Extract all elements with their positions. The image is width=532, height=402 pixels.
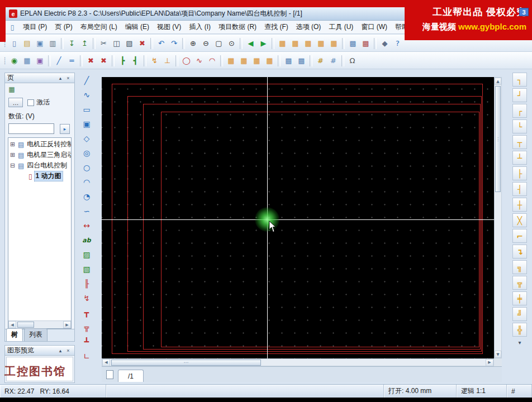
next-page-icon[interactable]: ▶ [258,37,269,49]
tree-horizontal-scrollbar[interactable]: ◀ ▶ [8,320,71,328]
menu-edit[interactable]: 编辑 (E) [121,21,153,34]
remove-connection-icon[interactable]: ✖ [98,55,110,66]
terminal-icon[interactable]: ◯ [180,55,192,66]
scroll-left-icon[interactable]: ◀ [8,321,16,328]
undo-icon[interactable]: ↶ [155,37,167,49]
scroll-right-icon[interactable]: ▶ [486,359,493,366]
sector-tool-icon[interactable]: ◔ [80,190,93,203]
jump-down-icon[interactable]: ↴ [512,245,527,259]
insert-device-icon[interactable]: ▣ [34,55,46,66]
potential-icon[interactable]: ⊥ [162,55,173,66]
tree-item-project-1[interactable]: ⊞ ▤ 电机正反转控制 [8,139,71,150]
toolbar-separator[interactable] [80,55,83,66]
tree-item-page-1[interactable]: ▯ 1 动力图 [8,171,71,181]
menu-utilities[interactable]: 工具 (U) [325,21,357,34]
line-tool-icon[interactable]: ╱ [80,74,93,87]
toolbar-separator[interactable] [310,55,312,66]
ohm-icon[interactable]: Ω [346,55,358,66]
polygon-tool-icon[interactable]: ◇ [80,132,93,145]
panel-close-icon[interactable]: × [64,347,72,355]
parts-navigator-icon[interactable]: ▦ [302,37,314,49]
cut-icon[interactable]: ✂ [98,37,110,49]
sheet-icon[interactable] [106,370,113,379]
zoom-in-icon[interactable]: ⊕ [187,37,199,49]
previous-page-icon[interactable]: ◀ [245,37,256,49]
more-symbols-icon[interactable]: ▾ [512,338,527,346]
panel-close-icon[interactable]: × [64,74,72,82]
toolbar-separator[interactable] [144,55,146,66]
cable-navigator-icon[interactable]: ▦ [238,55,250,66]
canvas-horizontal-scrollbar[interactable]: ◀ ⋯ ▶ [102,358,494,366]
insert-symbol-icon[interactable]: ◉ [8,55,20,66]
dimension-baseline-icon[interactable]: ╟ [80,277,93,290]
value-input[interactable] [8,123,54,134]
paste-icon[interactable]: ▧ [124,37,135,49]
menu-project[interactable]: 项目 (P) [19,21,51,34]
ellipse-tool-icon[interactable]: ○ [80,161,93,174]
plot-frame-icon[interactable]: ▩ [360,37,372,49]
text-tool-icon[interactable]: ab [80,233,93,247]
lightning-tool-icon[interactable]: ↯ [80,291,93,305]
tree-expand-icon[interactable]: ⊞ [10,151,16,159]
double-corner-icon[interactable]: ╝ [512,307,527,321]
corner-jump-icon[interactable]: ⌐ [512,229,527,243]
apply-value-button[interactable]: ▸ [60,124,70,134]
interruption-point-icon[interactable]: ↯ [149,55,160,66]
tab-tree[interactable]: 树 [6,328,23,341]
toolbar-separator[interactable] [272,38,274,49]
menu-layout-space[interactable]: 布局空间 (L) [77,21,121,34]
sheet-tab-1[interactable]: /1 [118,370,144,382]
edit-functions-icon[interactable]: ▩ [283,55,294,66]
delete-icon[interactable]: ✖ [136,37,148,49]
toolbar-separator[interactable] [48,55,51,66]
dimension-tool-icon[interactable]: ↔ [80,219,93,232]
double-t-node-icon[interactable]: ╦ [512,276,527,290]
double-angle-icon[interactable]: ╗ [512,260,527,274]
cable-definition-icon[interactable]: ∿ [193,55,205,66]
open-project-icon[interactable]: ▤ [21,37,33,49]
terminal-navigator-icon[interactable]: ▦ [225,55,237,66]
t-symbol-double-icon[interactable]: ╦ [80,320,93,334]
tree-item-project-3[interactable]: ⊟ ▤ 四台电机控制 [8,160,71,171]
t-node-right-icon[interactable]: ┫ [130,55,141,66]
tree-expand-icon[interactable]: ⊟ [10,162,16,169]
copy-icon[interactable]: ◫ [111,37,122,49]
edit-properties-icon[interactable]: ▩ [296,55,307,66]
menu-project-data[interactable]: 项目数据 (R) [215,21,260,34]
angle-down-right-icon[interactable]: ┌ [512,104,527,118]
connections-navigator-icon[interactable]: ▦ [328,37,340,49]
page-filter-icon[interactable]: ▦ [7,85,16,94]
numbering-settings-icon[interactable]: # [327,55,339,66]
panel-collapse-icon[interactable]: ▴ [56,347,64,355]
break-point-icon[interactable]: ╪ [512,291,527,305]
cross-connection-icon[interactable]: ┼ [512,198,527,212]
zoom-out-icon[interactable]: ⊖ [200,37,212,49]
scroll-thumb[interactable]: ⋯ [111,360,261,366]
scroll-left-icon[interactable]: ◀ [102,359,110,366]
redo-icon[interactable]: ↷ [168,37,180,49]
zoom-fit-icon[interactable]: ⊙ [226,37,238,49]
new-page-icon[interactable]: ▯ [8,37,20,49]
toolbar-drag-handle[interactable]: ┊ [2,55,7,66]
toolbar-separator[interactable] [220,55,223,66]
menu-page[interactable]: 页 (P) [51,21,76,34]
tree-expand-icon[interactable]: ⊞ [10,141,16,148]
toolbar-separator[interactable] [93,38,96,49]
delete-placement-icon[interactable]: ✖ [85,55,97,66]
browse-button[interactable]: … [8,98,23,107]
menu-options[interactable]: 选项 (O) [292,21,325,34]
zoom-window-icon[interactable]: ▢ [213,37,225,49]
angle-down-left-icon[interactable]: ┐ [512,73,527,87]
t-node-left-icon[interactable]: ┣ [117,55,129,66]
double-cross-icon[interactable]: ╬ [512,323,527,337]
toolbar-separator[interactable] [240,38,243,49]
toolbar-separator[interactable] [278,55,281,66]
import-icon[interactable]: ↧ [66,37,78,49]
pin-icon[interactable]: ◆ [379,37,391,49]
menu-window[interactable]: 窗口 (W) [357,21,391,34]
page-properties-icon[interactable]: ▣ [34,37,46,49]
toolbar-separator[interactable] [150,38,153,49]
menu-view[interactable]: 视图 (V) [153,21,185,34]
page-navigator-icon[interactable]: ▦ [289,37,301,49]
panel-collapse-icon[interactable]: ▴ [56,74,64,82]
